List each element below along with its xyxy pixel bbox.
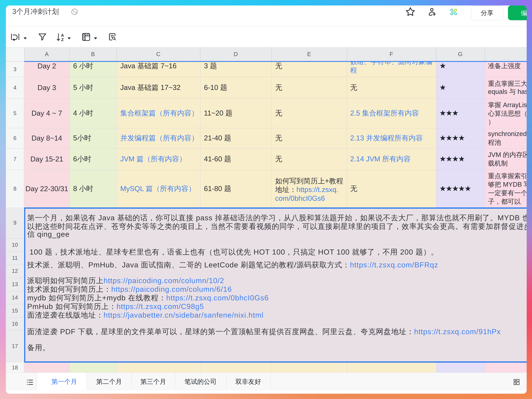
- svg-text:A: A: [61, 33, 64, 38]
- svg-text:Z: Z: [61, 37, 64, 42]
